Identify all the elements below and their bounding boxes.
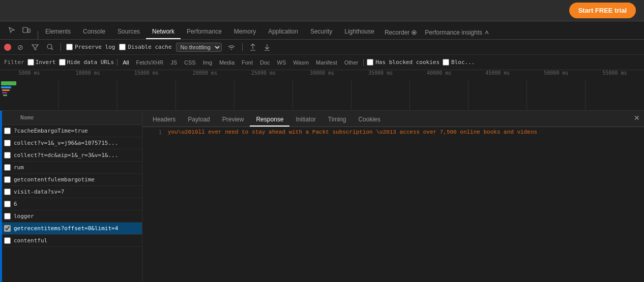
item-checkbox-0[interactable] (4, 128, 11, 134)
download-icon[interactable] (262, 43, 272, 52)
filter-type-font[interactable]: Font (240, 58, 255, 67)
network-item-9[interactable]: contentful (0, 235, 142, 247)
network-item-0[interactable]: ?cacheEmbargoTime=true (0, 125, 142, 137)
devtools-tab-bar: Elements Console Sources Network Perform… (0, 21, 644, 40)
network-item-4[interactable]: getcontentfulembargotime (0, 174, 142, 186)
tab-network[interactable]: Network (146, 25, 181, 39)
filter-type-other[interactable]: Other (342, 58, 361, 67)
item-checkbox-7[interactable] (4, 213, 11, 220)
left-indicator (0, 111, 2, 282)
network-item-8[interactable]: getrecentitems?offset=0&limit=4 (0, 223, 142, 235)
item-name-4: getcontentfulembargotime (14, 176, 138, 183)
request-detail-panel: Headers Payload Preview Response Initiat… (142, 111, 644, 282)
time-label-9: 45000 ms (469, 70, 527, 79)
network-item-6[interactable]: 6 (0, 198, 142, 210)
time-label-10: 50000 ms (527, 70, 586, 79)
network-item-7[interactable]: logger (0, 210, 142, 223)
network-item-2[interactable]: collect?t=dc&aip=1&_r=3&v=1&... (0, 149, 142, 162)
network-item-3[interactable]: rum (0, 162, 142, 174)
svg-rect-0 (23, 27, 27, 33)
filter-type-doc[interactable]: Doc (258, 58, 272, 67)
item-checkbox-6[interactable] (4, 201, 11, 207)
filter-type-css[interactable]: CSS (182, 58, 198, 67)
upload-icon[interactable] (248, 43, 258, 52)
item-checkbox-9[interactable] (4, 237, 11, 244)
filter-separator (117, 59, 118, 66)
disable-cache-checkbox[interactable]: Disable cache (119, 44, 171, 50)
time-label-11: 55000 ms (586, 70, 644, 79)
timeline-chart (0, 79, 644, 110)
item-name-2: collect?t=dc&aip=1&_r=3&v=1&... (14, 152, 138, 159)
filter-type-manifest[interactable]: Manifest (314, 58, 339, 67)
filter-icon[interactable] (30, 43, 41, 51)
start-trial-button[interactable]: Start FREE trial (569, 3, 636, 18)
time-label-8: 40000 ms (410, 70, 469, 79)
blocked-checkbox[interactable]: Bloc... (443, 59, 475, 66)
filter-type-wasm[interactable]: Wasm (291, 58, 311, 67)
tab-performance-insights[interactable]: Performance insights (421, 26, 493, 39)
time-label-3: 15000 ms (117, 70, 175, 79)
item-checkbox-1[interactable] (4, 140, 11, 146)
throttle-select[interactable]: No throttling (176, 43, 222, 52)
item-checkbox-8[interactable] (4, 225, 11, 232)
network-item-1[interactable]: collect?v=1&_v=j96&a=1075715... (0, 137, 142, 149)
filter-type-all[interactable]: All (121, 58, 131, 67)
item-checkbox-4[interactable] (4, 176, 11, 183)
tab-headers[interactable]: Headers (147, 113, 182, 127)
tab-lighthouse[interactable]: Lighthouse (338, 25, 380, 39)
time-label-6: 30000 ms (292, 70, 351, 79)
tab-initiator[interactable]: Initiator (289, 113, 321, 127)
timeline-labels: 5000 ms 10000 ms 15000 ms 20000 ms 25000… (0, 70, 644, 79)
line-number: 1 (147, 129, 162, 138)
tab-sources[interactable]: Sources (111, 25, 146, 39)
filter-type-img[interactable]: Img (201, 58, 214, 67)
time-label-2: 10000 ms (58, 70, 117, 79)
response-content[interactable]: 1 you\u2019ll ever need to stay ahead wi… (142, 127, 644, 282)
main-area: Name ?cacheEmbargoTime=true collect?v=1&… (0, 111, 644, 282)
time-label-7: 35000 ms (352, 70, 410, 79)
item-checkbox-5[interactable] (4, 189, 11, 195)
invert-checkbox[interactable]: Invert (27, 59, 56, 66)
network-item-5[interactable]: visit-data?sv=7 (0, 186, 142, 198)
time-label-5: 25000 ms (234, 70, 292, 79)
item-name-7: logger (14, 213, 138, 220)
tab-application[interactable]: Application (262, 25, 304, 39)
online-icon[interactable] (226, 44, 237, 51)
tab-performance[interactable]: Performance (181, 25, 228, 39)
stop-icon[interactable]: ⊘ (15, 42, 25, 52)
tab-memory[interactable]: Memory (228, 25, 262, 39)
cursor-icon[interactable] (6, 25, 17, 35)
network-list[interactable]: ?cacheEmbargoTime=true collect?v=1&_v=j9… (0, 125, 142, 282)
has-blocked-cookies-checkbox[interactable]: Has blocked cookies (367, 59, 440, 66)
tab-console[interactable]: Console (77, 25, 111, 39)
tab-recorder[interactable]: Recorder (380, 26, 421, 39)
tab-response[interactable]: Response (250, 113, 289, 127)
network-list-panel: Name ?cacheEmbargoTime=true collect?v=1&… (0, 111, 142, 282)
svg-line-5 (51, 48, 53, 50)
item-name-5: visit-data?sv=7 (14, 189, 138, 195)
preserve-log-checkbox[interactable]: Preserve log (66, 44, 115, 50)
search-icon[interactable] (45, 43, 55, 51)
hide-data-urls-checkbox[interactable]: Hide data URLs (59, 59, 114, 66)
tab-preview[interactable]: Preview (216, 113, 250, 127)
filter-type-fetch-xhr[interactable]: Fetch/XHR (134, 58, 165, 67)
filter-type-js[interactable]: JS (168, 58, 179, 67)
timeline-panel[interactable]: 5000 ms 10000 ms 15000 ms 20000 ms 25000… (0, 70, 644, 111)
browser-top-bar: Start FREE trial (0, 0, 644, 21)
toolbar-separator-1 (61, 43, 61, 51)
tab-security[interactable]: Security (304, 25, 338, 39)
tab-timing[interactable]: Timing (322, 113, 353, 127)
close-panel-button[interactable]: ✕ (634, 114, 640, 122)
item-checkbox-3[interactable] (4, 164, 11, 171)
filter-type-media[interactable]: Media (217, 58, 237, 67)
tab-elements[interactable]: Elements (39, 25, 77, 39)
record-button[interactable] (4, 44, 11, 51)
time-label-4: 20000 ms (175, 70, 234, 79)
tab-cookies[interactable]: Cookies (352, 113, 386, 127)
timeline-grid (0, 79, 644, 110)
toolbar-separator-2 (242, 43, 243, 51)
tab-payload[interactable]: Payload (182, 113, 216, 127)
item-checkbox-2[interactable] (4, 152, 11, 159)
filter-type-ws[interactable]: WS (275, 58, 288, 67)
device-toggle-icon[interactable] (20, 25, 33, 35)
